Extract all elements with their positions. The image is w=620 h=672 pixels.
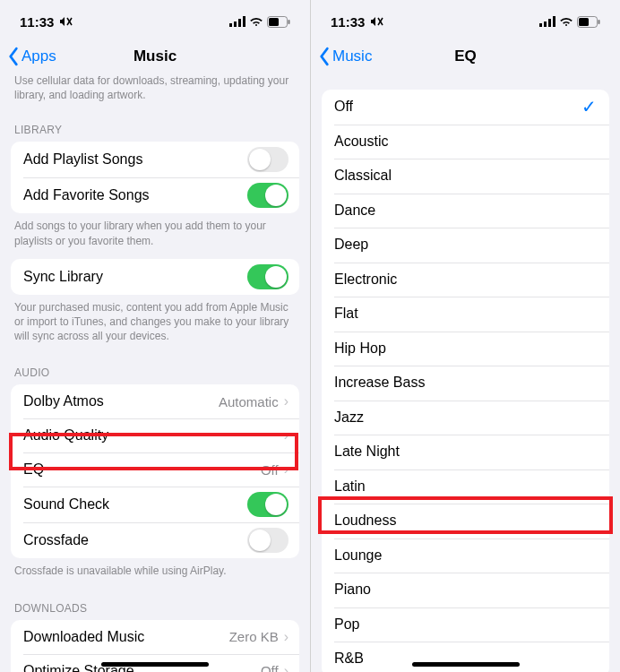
crossfade-hint: Crossfade is unavailable while using Air… xyxy=(0,558,310,589)
eq-option-label: Classical xyxy=(334,168,392,184)
svg-rect-5 xyxy=(243,16,245,27)
svg-rect-4 xyxy=(238,19,241,27)
eq-option-classical[interactable]: Classical xyxy=(322,159,609,194)
back-button[interactable]: Apps xyxy=(7,47,56,66)
eq-option-lounge[interactable]: Lounge xyxy=(322,538,609,573)
eq-option-flat[interactable]: Flat xyxy=(322,297,609,332)
eq-options-list: Off✓AcousticClassicalDanceDeepElectronic… xyxy=(322,90,609,672)
eq-option-pop[interactable]: Pop xyxy=(322,607,609,642)
svg-rect-16 xyxy=(579,18,589,26)
eq-option-increase-bass[interactable]: Increase Bass xyxy=(322,366,609,401)
eq-option-label: Dance xyxy=(334,202,375,219)
eq-option-label: Increase Bass xyxy=(334,375,425,391)
add-songs-hint: Add songs to your library when you add t… xyxy=(0,213,310,258)
status-time: 11:33 xyxy=(331,14,365,30)
eq-option-hip-hop[interactable]: Hip Hop xyxy=(322,332,609,366)
svg-rect-12 xyxy=(544,22,547,27)
row-sound-check[interactable]: Sound Check xyxy=(11,487,299,522)
eq-option-acoustic[interactable]: Acoustic xyxy=(322,125,609,159)
sync-hint: Your purchased music, content you add fr… xyxy=(0,295,310,355)
status-time: 11:33 xyxy=(20,14,54,30)
eq-option-label: Electronic xyxy=(334,271,397,288)
back-button[interactable]: Music xyxy=(318,47,372,66)
row-dolby-atmos[interactable]: Dolby Atmos Automatic › xyxy=(11,384,299,418)
eq-option-label: Late Night xyxy=(334,444,400,460)
row-downloaded-music[interactable]: Downloaded Music Zero KB › xyxy=(11,620,299,654)
chevron-right-icon: › xyxy=(284,393,288,409)
mute-icon xyxy=(59,15,73,28)
eq-option-deep[interactable]: Deep xyxy=(322,228,609,263)
eq-option-label: Lounge xyxy=(334,547,382,564)
home-indicator[interactable] xyxy=(412,662,520,667)
eq-option-label: Pop xyxy=(334,616,359,633)
section-downloads: DOWNLOADS xyxy=(0,590,310,620)
svg-rect-17 xyxy=(598,20,600,24)
svg-rect-7 xyxy=(269,18,279,26)
row-add-playlist-songs[interactable]: Add Playlist Songs xyxy=(11,142,299,177)
cellular-hint: Use cellular data for downloads, streami… xyxy=(0,73,310,111)
eq-option-label: Loudness xyxy=(334,513,396,529)
svg-rect-2 xyxy=(229,23,232,27)
row-audio-quality[interactable]: Audio Quality › xyxy=(11,418,299,452)
nav-bar: Apps Music xyxy=(0,39,310,73)
row-crossfade[interactable]: Crossfade xyxy=(11,522,299,558)
wifi-icon xyxy=(249,16,263,27)
eq-option-late-night[interactable]: Late Night xyxy=(322,435,609,470)
chevron-right-icon: › xyxy=(284,427,288,444)
eq-option-piano[interactable]: Piano xyxy=(322,573,609,607)
section-library: LIBRARY xyxy=(0,111,310,142)
eq-option-label: R&B xyxy=(334,650,364,667)
eq-option-electronic[interactable]: Electronic xyxy=(322,263,609,297)
chevron-right-icon: › xyxy=(284,461,288,478)
svg-rect-11 xyxy=(539,23,542,27)
toggle-add-playlist[interactable] xyxy=(247,147,288,172)
eq-option-label: Deep xyxy=(334,237,368,253)
battery-icon xyxy=(267,16,290,28)
wifi-icon xyxy=(559,16,573,27)
row-add-favorite-songs[interactable]: Add Favorite Songs xyxy=(11,177,299,213)
mute-icon xyxy=(370,15,384,28)
svg-rect-13 xyxy=(548,19,551,27)
eq-option-dance[interactable]: Dance xyxy=(322,194,609,228)
eq-option-label: Off xyxy=(334,99,353,115)
eq-option-label: Hip Hop xyxy=(334,340,386,357)
row-sync-library[interactable]: Sync Library xyxy=(11,259,299,295)
eq-option-loudness[interactable]: Loudness xyxy=(322,504,609,538)
svg-rect-3 xyxy=(234,22,237,27)
eq-option-label: Latin xyxy=(334,478,366,495)
toggle-sound-check[interactable] xyxy=(247,492,288,517)
back-label: Music xyxy=(332,47,372,65)
nav-bar: Music EQ xyxy=(311,39,620,73)
content-scroll[interactable]: Use cellular data for downloads, streami… xyxy=(0,73,310,672)
eq-option-r&b[interactable]: R&B xyxy=(322,642,609,672)
music-settings-screen: 11:33 Apps Musi xyxy=(0,0,310,672)
checkmark-icon: ✓ xyxy=(581,96,597,117)
row-eq[interactable]: EQ Off › xyxy=(11,452,299,487)
eq-option-label: Acoustic xyxy=(334,134,388,150)
toggle-sync-library[interactable] xyxy=(247,264,288,289)
toggle-add-favorite[interactable] xyxy=(247,183,288,208)
toggle-crossfade[interactable] xyxy=(247,528,288,553)
status-bar: 11:33 xyxy=(311,0,620,39)
content-scroll[interactable]: Off✓AcousticClassicalDanceDeepElectronic… xyxy=(311,73,620,672)
battery-icon xyxy=(577,16,600,28)
eq-option-jazz[interactable]: Jazz xyxy=(322,401,609,435)
status-bar: 11:33 xyxy=(0,0,310,39)
eq-option-label: Jazz xyxy=(334,409,364,426)
eq-option-label: Flat xyxy=(334,306,358,322)
chevron-right-icon: › xyxy=(284,663,288,673)
back-label: Apps xyxy=(22,47,56,65)
eq-option-latin[interactable]: Latin xyxy=(322,470,609,504)
svg-rect-14 xyxy=(553,16,555,27)
eq-option-off[interactable]: Off✓ xyxy=(322,90,609,125)
section-audio: AUDIO xyxy=(0,354,310,384)
signal-icon xyxy=(229,16,245,27)
signal-icon xyxy=(539,16,555,27)
svg-rect-8 xyxy=(288,20,290,24)
home-indicator[interactable] xyxy=(101,662,209,667)
eq-option-label: Piano xyxy=(334,582,371,598)
eq-settings-screen: 11:33 Music EQ xyxy=(310,0,620,672)
chevron-right-icon: › xyxy=(284,629,288,645)
